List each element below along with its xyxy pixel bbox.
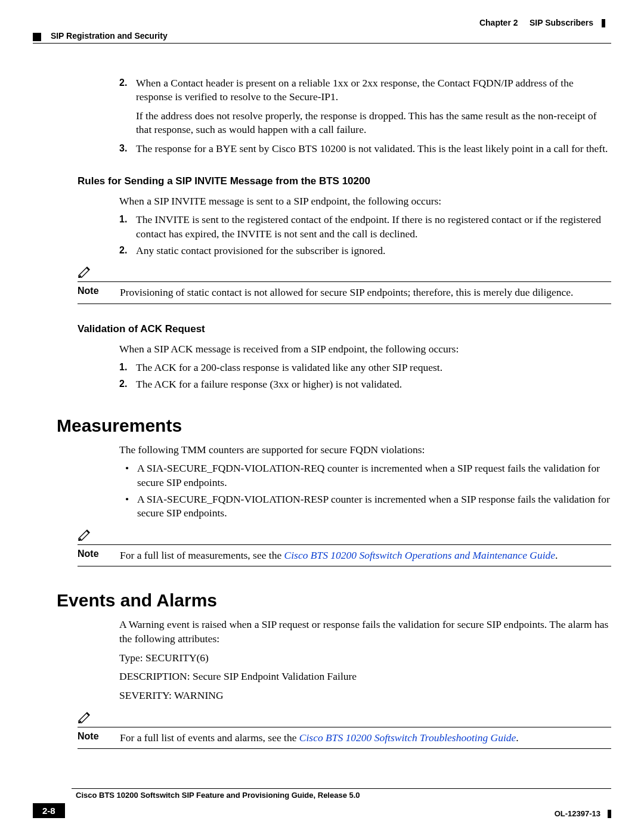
note-label: Note (78, 731, 120, 742)
link-ops-guide[interactable]: Cisco BTS 10200 Softswitch Operations an… (284, 549, 555, 561)
pencil-icon (78, 266, 93, 278)
note-text: Provisioning of static contact is not al… (120, 286, 611, 300)
paragraph: When a SIP INVITE message is sent to a S… (119, 194, 611, 209)
paragraph: DESCRIPTION: Secure SIP Endpoint Validat… (119, 670, 611, 684)
heading-events: Events and Alarms (57, 590, 611, 611)
note-block: Note For a full list of measurements, se… (78, 529, 611, 567)
list-text: The ACK for a 200-class response is vali… (136, 361, 611, 375)
list-item: • A SIA-SECURE_FQDN-VIOLATION-REQ counte… (125, 462, 611, 490)
list-text: Any static contact provisioned for the s… (136, 244, 611, 258)
footer-bar-icon (608, 810, 611, 818)
list-number: 3. (119, 142, 136, 156)
subheading-ack: Validation of ACK Request (78, 323, 611, 335)
paragraph: The following TMM counters are supported… (119, 443, 611, 457)
paragraph: Type: SECURITY(6) (119, 651, 611, 665)
note-label: Note (78, 286, 120, 296)
chapter-title: SIP Subscribers (530, 18, 593, 27)
pencil-icon (78, 711, 93, 723)
list-number: 1. (119, 361, 136, 375)
list-item: 1. The ACK for a 200-class response is v… (119, 361, 611, 375)
list-item: 2. The ACK for a failure response (3xx o… (119, 377, 611, 392)
header-bar-icon (602, 19, 605, 27)
note-text-prefix: For a full list of events and alarms, se… (120, 732, 299, 744)
list-paragraph: If the address does not resolve properly… (136, 109, 611, 137)
list-item: 1. The INVITE is sent to the registered … (119, 213, 611, 241)
list-text: A SIA-SECURE_FQDN-VIOLATION-REQ counter … (137, 462, 611, 490)
section-title: SIP Registration and Security (51, 31, 168, 41)
main-content: 2. When a Contact header is present on a… (33, 76, 611, 750)
subheading-rules: Rules for Sending a SIP INVITE Message f… (78, 175, 611, 187)
note-text: For a full list of events and alarms, se… (120, 731, 611, 745)
list-text: A SIA-SECURE_FQDN-VIOLATION-RESP counter… (137, 493, 611, 521)
list-text: When a Contact header is present on a re… (136, 76, 611, 104)
bullet-icon: • (125, 462, 137, 490)
paragraph: A Warning event is raised when a SIP req… (119, 618, 611, 646)
list-number: 2. (119, 76, 136, 104)
note-block: Note For a full list of events and alarm… (78, 711, 611, 750)
note-text-prefix: For a full list of measurements, see the (120, 549, 284, 561)
list-item: 2. When a Contact header is present on a… (119, 76, 611, 104)
bullet-icon: • (125, 493, 137, 521)
note-label: Note (78, 549, 120, 559)
link-troubleshooting-guide[interactable]: Cisco BTS 10200 Softswitch Troubleshooti… (299, 732, 516, 744)
note-text: For a full list of measurements, see the… (120, 549, 611, 563)
chapter-label: Chapter 2 (479, 18, 518, 27)
pencil-icon (78, 529, 93, 541)
list-number: 2. (119, 377, 136, 392)
list-number: 2. (119, 244, 136, 258)
footer-doc-id: OL-12397-13 (555, 809, 611, 818)
list-text: The ACK for a failure response (3xx or h… (136, 377, 611, 392)
list-item: 2. Any static contact provisioned for th… (119, 244, 611, 258)
note-block: Note Provisioning of static contact is n… (78, 266, 611, 304)
section-square-icon (33, 33, 41, 41)
list-item: 3. The response for a BYE sent by Cisco … (119, 142, 611, 156)
paragraph: SEVERITY: WARNING (119, 689, 611, 703)
document-page: Chapter 2 SIP Subscribers SIP Registrati… (0, 0, 644, 833)
heading-measurements: Measurements (57, 416, 611, 436)
list-number: 1. (119, 213, 136, 241)
list-text: The response for a BYE sent by Cisco BTS… (136, 142, 611, 156)
list-text: The INVITE is sent to the registered con… (136, 213, 611, 241)
footer-book-title: Cisco BTS 10200 Softswitch SIP Feature a… (76, 789, 611, 800)
running-header-right: Chapter 2 SIP Subscribers (33, 18, 611, 27)
page-number-chip: 2-8 (33, 803, 65, 818)
page-footer: Cisco BTS 10200 Softswitch SIP Feature a… (33, 788, 611, 818)
running-header-left: SIP Registration and Security (33, 31, 611, 43)
paragraph: When a SIP ACK message is received from … (119, 342, 611, 357)
list-item: • A SIA-SECURE_FQDN-VIOLATION-RESP count… (125, 493, 611, 521)
